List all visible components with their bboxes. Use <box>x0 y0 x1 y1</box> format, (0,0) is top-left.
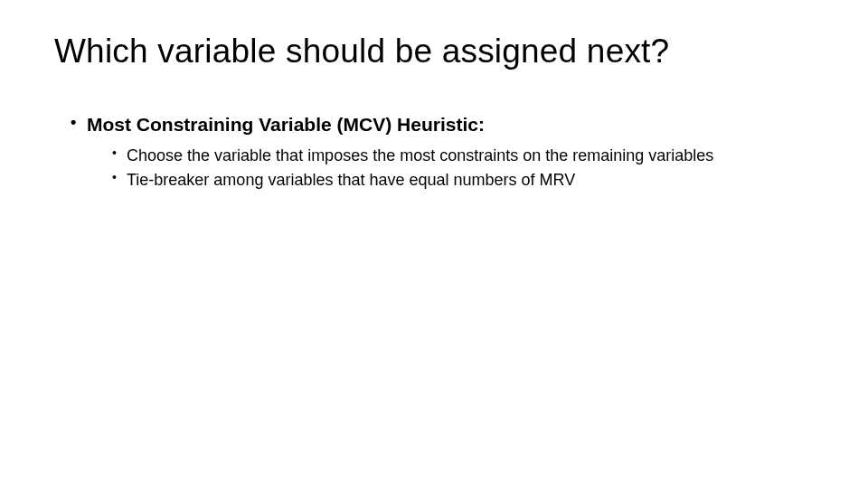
sub-bullet-label: Tie-breaker among variables that have eq… <box>127 171 575 189</box>
sub-bullet-label: Choose the variable that imposes the mos… <box>127 146 713 164</box>
bullet-item-label: Most Constraining Variable (MCV) Heurist… <box>87 114 485 135</box>
bullet-list-level1: Most Constraining Variable (MCV) Heurist… <box>54 112 814 191</box>
sub-bullet-item: Tie-breaker among variables that have eq… <box>112 170 756 191</box>
slide-title: Which variable should be assigned next? <box>54 33 814 70</box>
bullet-item-mcv: Most Constraining Variable (MCV) Heurist… <box>71 112 814 191</box>
sub-bullet-item: Choose the variable that imposes the mos… <box>112 145 756 166</box>
bullet-list-level2: Choose the variable that imposes the mos… <box>87 145 756 191</box>
